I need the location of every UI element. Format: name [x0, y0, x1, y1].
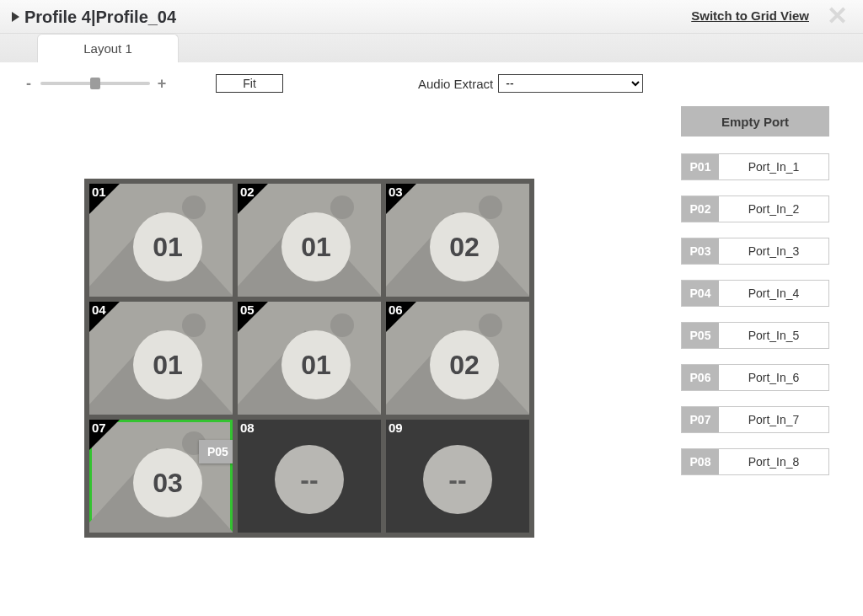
port-code: P06: [682, 365, 719, 390]
cell-slot-number: 07: [92, 420, 106, 435]
grid-cell-04[interactable]: 04 01: [89, 302, 233, 415]
grid-cell-06[interactable]: 06 02: [386, 302, 529, 415]
port-code: P07: [682, 407, 719, 432]
port-item-p02[interactable]: P02 Port_In_2: [681, 196, 829, 222]
grid-cell-01[interactable]: 01 01: [89, 184, 233, 297]
main-body: 01 01 02 01 03 02 04: [0, 99, 863, 538]
port-item-p07[interactable]: P07 Port_In_7: [681, 406, 829, 433]
cell-assigned-badge: 01: [133, 212, 202, 281]
cell-slot-number: 08: [240, 420, 255, 435]
port-code: P04: [682, 281, 719, 306]
cell-slot-number: 04: [92, 303, 106, 317]
cell-assigned-badge: 02: [430, 212, 499, 281]
close-icon[interactable]: ✕: [827, 3, 848, 29]
port-name: Port_In_5: [719, 323, 828, 348]
port-name: Port_In_4: [719, 281, 828, 306]
cell-slot-number: 02: [240, 185, 255, 199]
port-code: P03: [682, 238, 719, 264]
cell-assigned-badge: 01: [281, 212, 351, 281]
port-sidebar: Empty Port P01 Port_In_1 P02 Port_In_2 P…: [681, 99, 863, 538]
zoom-handle[interactable]: [90, 78, 100, 89]
placeholder-sun-icon: [182, 196, 206, 219]
audio-extract-select[interactable]: --: [498, 74, 643, 93]
placeholder-sun-icon: [479, 196, 502, 219]
placeholder-sun-icon: [479, 313, 502, 337]
canvas-area: 01 01 02 01 03 02 04: [0, 99, 681, 538]
audio-extract-label: Audio Extract: [418, 77, 493, 91]
grid-cell-02[interactable]: 02 01: [238, 184, 381, 297]
cell-assigned-badge: 01: [133, 330, 202, 399]
audio-extract-group: Audio Extract --: [418, 74, 643, 93]
output-grid: 01 01 02 01 03 02 04: [84, 179, 534, 538]
cell-slot-number: 06: [389, 303, 403, 317]
cell-assigned-badge: --: [275, 445, 344, 514]
port-name: Port_In_6: [719, 365, 828, 390]
zoom-slider: - +: [24, 75, 167, 93]
port-item-p04[interactable]: P04 Port_In_4: [681, 280, 829, 307]
port-item-p08[interactable]: P08 Port_In_8: [681, 448, 829, 475]
port-name: Port_In_7: [719, 407, 828, 432]
port-name: Port_In_2: [719, 196, 828, 222]
port-item-p06[interactable]: P06 Port_In_6: [681, 364, 829, 391]
port-code: P02: [682, 196, 719, 222]
placeholder-sun-icon: [182, 313, 206, 337]
toolbar: - + Fit Audio Extract --: [0, 62, 863, 99]
port-name: Port_In_1: [719, 154, 828, 179]
grid-cell-09[interactable]: 09 --: [386, 420, 529, 533]
tab-layout-1[interactable]: Layout 1: [37, 34, 179, 62]
cell-slot-number: 09: [389, 420, 403, 435]
fit-button[interactable]: Fit: [216, 74, 283, 93]
placeholder-sun-icon: [330, 313, 354, 337]
cell-assigned-badge: 03: [133, 448, 202, 517]
port-item-p05[interactable]: P05 Port_In_5: [681, 322, 829, 349]
port-drag-chip[interactable]: P05 Port_In_5: [199, 440, 233, 463]
zoom-track[interactable]: [40, 82, 150, 85]
header-bar: Profile 4|Profile_04 Switch to Grid View…: [0, 0, 863, 34]
empty-port-button[interactable]: Empty Port: [681, 106, 829, 137]
grid-cell-07[interactable]: 07 03 P05 Port_In_5: [89, 420, 233, 533]
cell-assigned-badge: --: [423, 445, 492, 514]
port-item-p03[interactable]: P03 Port_In_3: [681, 238, 829, 265]
grid-cell-05[interactable]: 05 01: [238, 302, 381, 415]
tab-row: Layout 1: [0, 34, 863, 62]
port-drag-chip-code: P05: [199, 440, 233, 463]
port-code: P05: [682, 323, 719, 348]
port-code: P08: [682, 449, 719, 474]
switch-grid-view-link[interactable]: Switch to Grid View: [691, 8, 809, 23]
cell-assigned-badge: 01: [281, 330, 351, 399]
port-item-p01[interactable]: P01 Port_In_1: [681, 153, 829, 180]
zoom-out-button[interactable]: -: [24, 75, 34, 93]
cell-assigned-badge: 02: [430, 330, 499, 399]
cell-slot-number: 03: [389, 185, 403, 199]
caret-right-icon[interactable]: [12, 12, 19, 22]
grid-cell-08[interactable]: 08 --: [238, 420, 381, 533]
port-code: P01: [682, 154, 719, 179]
profile-title-text: Profile 4|Profile_04: [24, 8, 176, 27]
grid-cell-03[interactable]: 03 02: [386, 184, 529, 297]
cell-slot-number: 01: [92, 185, 106, 199]
cell-slot-number: 05: [240, 303, 255, 317]
port-name: Port_In_3: [719, 238, 828, 264]
placeholder-sun-icon: [330, 196, 354, 219]
port-name: Port_In_8: [719, 449, 828, 474]
zoom-in-button[interactable]: +: [157, 75, 167, 93]
